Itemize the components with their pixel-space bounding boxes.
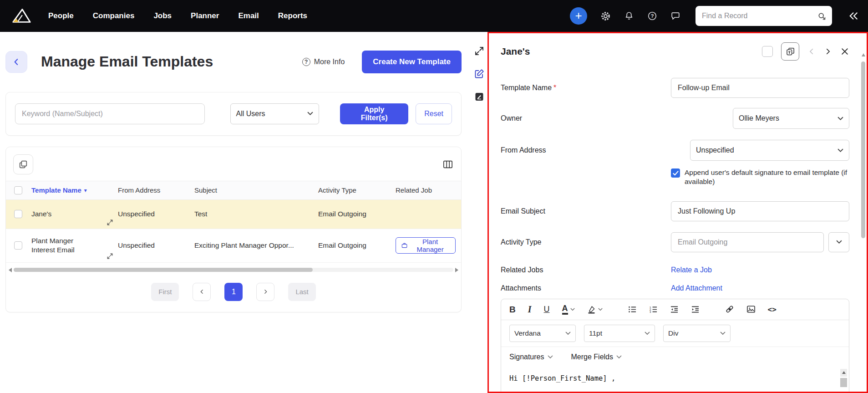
ordered-list-icon[interactable]: 1 2 3 xyxy=(649,306,658,313)
global-search-input[interactable] xyxy=(701,11,817,20)
table-row[interactable]: Plant Manger Interest Email Unspecified … xyxy=(6,229,461,263)
pagination-page-1-button[interactable]: 1 xyxy=(224,283,243,301)
from-address-label: From Address xyxy=(501,146,546,154)
reset-filters-button[interactable]: Reset xyxy=(416,103,452,124)
pagination-prev-button[interactable] xyxy=(193,283,211,301)
add-attachment-link[interactable]: Add Attachment xyxy=(671,284,722,292)
template-name-input[interactable] xyxy=(671,78,849,98)
row-checkbox[interactable] xyxy=(14,210,22,218)
code-view-icon[interactable]: <> xyxy=(768,305,777,314)
scrollbar-thumb[interactable] xyxy=(840,378,847,387)
scroll-left-icon[interactable] xyxy=(9,268,12,272)
drawer-scrollbar[interactable] xyxy=(861,33,866,392)
related-job-chip[interactable]: Plant Manager xyxy=(396,237,456,254)
nav-item-reports[interactable]: Reports xyxy=(278,11,307,20)
select-all-checkbox[interactable] xyxy=(14,186,22,194)
more-info-link[interactable]: ? More Info xyxy=(302,58,345,66)
editor-content-area[interactable]: Hi [!Person_First_Name] , xyxy=(501,367,849,392)
append-signature-label: Append user's default signature to email… xyxy=(685,168,849,187)
next-record-icon[interactable] xyxy=(824,47,832,56)
settings-gear-icon[interactable] xyxy=(600,11,611,21)
table-row[interactable]: Jane's Unspecified Test Email Outgoing xyxy=(6,200,461,229)
activity-type-label: Activity Type xyxy=(501,238,542,246)
pagination: First 1 Last xyxy=(6,275,461,312)
activity-type-cell: Email Outgoing xyxy=(318,241,396,250)
relate-a-job-link[interactable]: Relate a Job xyxy=(671,266,712,274)
insert-image-icon[interactable] xyxy=(746,305,756,313)
pagination-last-button[interactable]: Last xyxy=(288,283,315,301)
nav-item-companies[interactable]: Companies xyxy=(93,11,135,20)
nav-item-jobs[interactable]: Jobs xyxy=(153,11,172,20)
apply-filters-button[interactable]: Apply Filter(s) xyxy=(340,103,408,124)
create-new-template-button[interactable]: Create New Template xyxy=(362,51,462,73)
font-color-icon[interactable]: A xyxy=(562,304,575,315)
edit-template-icon[interactable] xyxy=(474,68,485,79)
subject-cell: Test xyxy=(194,210,318,218)
collapse-panel-icon[interactable] xyxy=(848,11,860,21)
briefcase-icon xyxy=(401,242,407,249)
drawer-select-checkbox[interactable] xyxy=(762,46,773,57)
chevron-down-icon xyxy=(548,355,553,359)
expand-row-icon[interactable] xyxy=(107,253,113,260)
signature-stamp-icon[interactable] xyxy=(474,91,485,102)
italic-icon[interactable]: I xyxy=(528,305,532,314)
row-checkbox[interactable] xyxy=(14,241,22,250)
editor-toolbar: B I U A xyxy=(501,299,849,320)
template-name-cell[interactable]: Plant Manger Interest Email xyxy=(31,236,86,255)
pagination-next-button[interactable] xyxy=(256,283,274,301)
keyword-filter-input[interactable] xyxy=(15,103,205,124)
email-subject-input[interactable] xyxy=(671,201,849,221)
help-icon[interactable]: ? xyxy=(647,11,657,21)
owner-select[interactable]: Ollie Meyers xyxy=(733,108,849,129)
email-body-editor: B I U A xyxy=(501,299,849,392)
append-signature-checkbox[interactable] xyxy=(671,168,680,178)
expand-drawer-icon[interactable] xyxy=(474,46,485,56)
block-format-value: Div xyxy=(668,329,678,337)
nav-item-people[interactable]: People xyxy=(48,11,74,20)
search-icon[interactable] xyxy=(817,11,827,21)
chat-icon[interactable] xyxy=(670,11,680,21)
scrollbar-thumb[interactable] xyxy=(861,61,865,238)
signatures-dropdown[interactable]: Signatures xyxy=(509,353,553,361)
underline-icon[interactable]: U xyxy=(544,305,550,313)
scroll-right-icon[interactable] xyxy=(455,268,458,272)
merge-fields-dropdown[interactable]: Merge Fields xyxy=(571,353,622,361)
indent-icon[interactable] xyxy=(691,306,700,313)
font-size-select[interactable]: 11pt xyxy=(584,325,655,342)
scrollbar-thumb[interactable] xyxy=(14,268,313,272)
activity-type-dropdown-button[interactable] xyxy=(828,232,849,252)
attachments-label: Attachments xyxy=(501,284,541,292)
font-family-select[interactable]: Verdana xyxy=(509,325,576,342)
column-header-template-name[interactable]: Template Name xyxy=(31,186,81,194)
users-filter-select[interactable]: All Users xyxy=(230,103,320,124)
copy-template-button[interactable] xyxy=(781,42,799,61)
close-drawer-icon[interactable] xyxy=(840,47,849,56)
block-format-select[interactable]: Div xyxy=(663,325,731,342)
insert-link-icon[interactable] xyxy=(725,305,734,314)
top-navigation: People Companies Jobs Planner Email Repo… xyxy=(0,0,868,32)
quick-add-button[interactable]: + xyxy=(570,7,587,25)
activity-type-input[interactable] xyxy=(671,232,824,252)
app-logo-icon[interactable] xyxy=(8,4,35,28)
sort-descending-icon[interactable]: ▾ xyxy=(84,187,87,194)
nav-item-email[interactable]: Email xyxy=(238,11,259,20)
highlight-color-icon[interactable] xyxy=(587,305,603,314)
from-address-select[interactable]: Unspecified xyxy=(690,140,849,161)
notifications-bell-icon[interactable] xyxy=(624,11,634,21)
horizontal-scrollbar[interactable] xyxy=(9,266,458,274)
unordered-list-icon[interactable] xyxy=(628,306,637,313)
bold-icon[interactable]: B xyxy=(509,305,516,314)
pagination-first-button[interactable]: First xyxy=(151,283,179,301)
outdent-icon[interactable] xyxy=(670,306,679,313)
column-settings-icon[interactable] xyxy=(443,160,453,169)
expand-row-icon[interactable] xyxy=(107,219,113,226)
scroll-up-icon[interactable] xyxy=(862,53,865,56)
copy-templates-button[interactable] xyxy=(13,154,33,174)
template-name-cell[interactable]: Jane's xyxy=(31,209,51,219)
chevron-down-icon xyxy=(570,308,575,311)
back-button[interactable] xyxy=(5,51,27,73)
scroll-up-icon[interactable] xyxy=(840,369,847,377)
previous-record-icon[interactable] xyxy=(807,47,816,56)
editor-scrollbar[interactable] xyxy=(840,369,847,387)
nav-item-planner[interactable]: Planner xyxy=(191,11,219,20)
